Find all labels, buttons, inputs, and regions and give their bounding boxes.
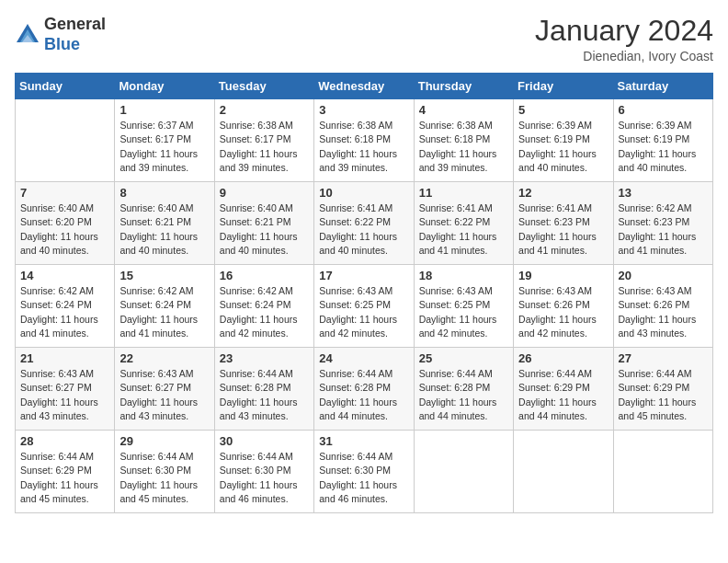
- day-cell: 18Sunrise: 6:43 AM Sunset: 6:25 PM Dayli…: [414, 265, 513, 348]
- day-info: Sunrise: 6:43 AM Sunset: 6:26 PM Dayligh…: [619, 284, 708, 340]
- day-info: Sunrise: 6:38 AM Sunset: 6:17 PM Dayligh…: [220, 119, 309, 175]
- day-cell: 16Sunrise: 6:42 AM Sunset: 6:24 PM Dayli…: [214, 265, 313, 348]
- day-info: Sunrise: 6:41 AM Sunset: 6:22 PM Dayligh…: [319, 201, 408, 258]
- day-number: 29: [119, 434, 209, 448]
- day-cell: 22Sunrise: 6:43 AM Sunset: 6:27 PM Dayli…: [115, 348, 214, 431]
- day-number: 22: [119, 351, 209, 365]
- day-number: 9: [220, 186, 309, 200]
- page-container: General Blue January 2024 Dienedian, Ivo…: [0, 0, 728, 523]
- day-number: 20: [619, 269, 708, 282]
- day-info: Sunrise: 6:43 AM Sunset: 6:26 PM Dayligh…: [518, 284, 608, 340]
- week-row-3: 21Sunrise: 6:43 AM Sunset: 6:27 PM Dayli…: [16, 348, 713, 431]
- day-info: Sunrise: 6:43 AM Sunset: 6:25 PM Dayligh…: [319, 284, 408, 340]
- title-block: January 2024 Dienedian, Ivory Coast: [535, 15, 713, 63]
- day-number: 11: [419, 186, 508, 200]
- col-header-sunday: Sunday: [16, 74, 115, 99]
- day-number: 15: [119, 269, 209, 282]
- day-info: Sunrise: 6:44 AM Sunset: 6:29 PM Dayligh…: [619, 367, 708, 423]
- day-info: Sunrise: 6:43 AM Sunset: 6:25 PM Dayligh…: [419, 284, 508, 340]
- day-cell: 28Sunrise: 6:44 AM Sunset: 6:29 PM Dayli…: [16, 431, 115, 513]
- day-info: Sunrise: 6:44 AM Sunset: 6:28 PM Dayligh…: [419, 367, 508, 423]
- day-number: 30: [220, 434, 309, 448]
- day-cell: 23Sunrise: 6:44 AM Sunset: 6:28 PM Dayli…: [214, 348, 313, 431]
- day-number: 7: [20, 186, 109, 200]
- day-info: Sunrise: 6:44 AM Sunset: 6:30 PM Dayligh…: [319, 450, 408, 506]
- day-info: Sunrise: 6:40 AM Sunset: 6:20 PM Dayligh…: [20, 201, 109, 258]
- day-info: Sunrise: 6:39 AM Sunset: 6:19 PM Dayligh…: [518, 119, 608, 175]
- day-cell: 25Sunrise: 6:44 AM Sunset: 6:28 PM Dayli…: [414, 348, 513, 431]
- day-cell: 9Sunrise: 6:40 AM Sunset: 6:21 PM Daylig…: [214, 182, 313, 265]
- day-number: 8: [119, 186, 209, 200]
- day-number: 28: [20, 434, 109, 448]
- day-number: 3: [319, 103, 408, 117]
- day-info: Sunrise: 6:41 AM Sunset: 6:23 PM Dayligh…: [518, 201, 608, 258]
- logo-icon: [15, 22, 40, 48]
- day-info: Sunrise: 6:37 AM Sunset: 6:17 PM Dayligh…: [119, 119, 209, 175]
- day-cell: [16, 99, 115, 182]
- day-info: Sunrise: 6:44 AM Sunset: 6:29 PM Dayligh…: [518, 367, 608, 423]
- day-number: 16: [220, 269, 309, 282]
- day-number: 26: [518, 351, 608, 365]
- day-cell: [613, 431, 712, 513]
- day-info: Sunrise: 6:44 AM Sunset: 6:28 PM Dayligh…: [220, 367, 309, 423]
- col-header-tuesday: Tuesday: [214, 74, 313, 99]
- month-title: January 2024: [535, 15, 713, 47]
- col-header-wednesday: Wednesday: [314, 74, 414, 99]
- week-row-4: 28Sunrise: 6:44 AM Sunset: 6:29 PM Dayli…: [16, 431, 713, 513]
- day-number: 21: [20, 351, 109, 365]
- day-number: 13: [619, 186, 708, 200]
- day-cell: 12Sunrise: 6:41 AM Sunset: 6:23 PM Dayli…: [514, 182, 613, 265]
- week-row-0: 1Sunrise: 6:37 AM Sunset: 6:17 PM Daylig…: [16, 99, 713, 182]
- day-cell: 13Sunrise: 6:42 AM Sunset: 6:23 PM Dayli…: [613, 182, 712, 265]
- day-cell: 17Sunrise: 6:43 AM Sunset: 6:25 PM Dayli…: [314, 265, 414, 348]
- day-info: Sunrise: 6:40 AM Sunset: 6:21 PM Dayligh…: [220, 201, 309, 258]
- day-info: Sunrise: 6:38 AM Sunset: 6:18 PM Dayligh…: [419, 119, 508, 175]
- day-info: Sunrise: 6:44 AM Sunset: 6:30 PM Dayligh…: [119, 450, 209, 506]
- day-cell: 30Sunrise: 6:44 AM Sunset: 6:30 PM Dayli…: [214, 431, 313, 513]
- day-info: Sunrise: 6:40 AM Sunset: 6:21 PM Dayligh…: [119, 201, 209, 258]
- day-cell: 21Sunrise: 6:43 AM Sunset: 6:27 PM Dayli…: [16, 348, 115, 431]
- day-cell: 27Sunrise: 6:44 AM Sunset: 6:29 PM Dayli…: [613, 348, 712, 431]
- day-cell: 2Sunrise: 6:38 AM Sunset: 6:17 PM Daylig…: [214, 99, 313, 182]
- day-cell: 5Sunrise: 6:39 AM Sunset: 6:19 PM Daylig…: [514, 99, 613, 182]
- day-cell: 4Sunrise: 6:38 AM Sunset: 6:18 PM Daylig…: [414, 99, 513, 182]
- day-cell: [414, 431, 513, 513]
- day-number: 23: [220, 351, 309, 365]
- logo: General Blue: [15, 15, 106, 54]
- day-info: Sunrise: 6:44 AM Sunset: 6:30 PM Dayligh…: [220, 450, 309, 506]
- day-info: Sunrise: 6:44 AM Sunset: 6:29 PM Dayligh…: [20, 450, 109, 506]
- day-cell: 15Sunrise: 6:42 AM Sunset: 6:24 PM Dayli…: [115, 265, 214, 348]
- day-info: Sunrise: 6:43 AM Sunset: 6:27 PM Dayligh…: [20, 367, 109, 423]
- day-number: 17: [319, 269, 408, 282]
- day-cell: 19Sunrise: 6:43 AM Sunset: 6:26 PM Dayli…: [514, 265, 613, 348]
- day-number: 4: [419, 103, 508, 117]
- day-number: 31: [319, 434, 408, 448]
- day-cell: 24Sunrise: 6:44 AM Sunset: 6:28 PM Dayli…: [314, 348, 414, 431]
- day-cell: 31Sunrise: 6:44 AM Sunset: 6:30 PM Dayli…: [314, 431, 414, 513]
- col-header-saturday: Saturday: [613, 74, 712, 99]
- day-cell: 1Sunrise: 6:37 AM Sunset: 6:17 PM Daylig…: [115, 99, 214, 182]
- day-info: Sunrise: 6:43 AM Sunset: 6:27 PM Dayligh…: [119, 367, 209, 423]
- day-info: Sunrise: 6:44 AM Sunset: 6:28 PM Dayligh…: [319, 367, 408, 423]
- logo-text: General Blue: [44, 15, 106, 54]
- day-info: Sunrise: 6:39 AM Sunset: 6:19 PM Dayligh…: [619, 119, 708, 175]
- header: General Blue January 2024 Dienedian, Ivo…: [15, 15, 713, 63]
- day-number: 18: [419, 269, 508, 282]
- day-cell: 26Sunrise: 6:44 AM Sunset: 6:29 PM Dayli…: [514, 348, 613, 431]
- day-number: 27: [619, 351, 708, 365]
- day-number: 5: [518, 103, 608, 117]
- col-header-monday: Monday: [115, 74, 214, 99]
- day-cell: 6Sunrise: 6:39 AM Sunset: 6:19 PM Daylig…: [613, 99, 712, 182]
- day-cell: 7Sunrise: 6:40 AM Sunset: 6:20 PM Daylig…: [16, 182, 115, 265]
- calendar-table: SundayMondayTuesdayWednesdayThursdayFrid…: [15, 73, 713, 513]
- day-info: Sunrise: 6:42 AM Sunset: 6:23 PM Dayligh…: [619, 201, 708, 258]
- day-number: 12: [518, 186, 608, 200]
- day-number: 24: [319, 351, 408, 365]
- day-number: 14: [20, 269, 109, 282]
- day-info: Sunrise: 6:42 AM Sunset: 6:24 PM Dayligh…: [20, 284, 109, 340]
- calendar-header-row: SundayMondayTuesdayWednesdayThursdayFrid…: [16, 74, 713, 99]
- day-cell: 11Sunrise: 6:41 AM Sunset: 6:22 PM Dayli…: [414, 182, 513, 265]
- day-cell: [514, 431, 613, 513]
- col-header-thursday: Thursday: [414, 74, 513, 99]
- day-cell: 10Sunrise: 6:41 AM Sunset: 6:22 PM Dayli…: [314, 182, 414, 265]
